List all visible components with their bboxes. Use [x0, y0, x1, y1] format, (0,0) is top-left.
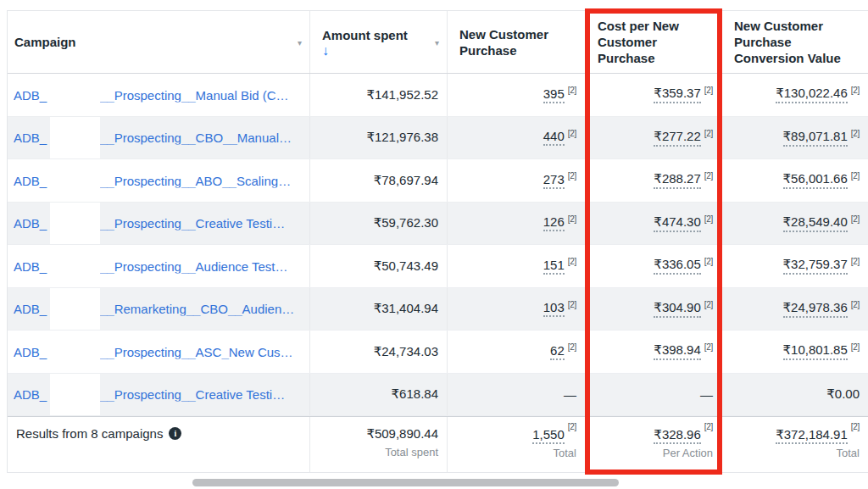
chevron-down-icon[interactable]: ▾: [298, 34, 302, 50]
cost-per-purchase-cell: ₹359.37[2]: [585, 74, 721, 116]
column-header-cost-per-new-customer-purchase[interactable]: Cost per New Customer Purchase: [585, 11, 721, 73]
redaction-patch: [50, 374, 100, 416]
total-purchases-value: 1,550: [532, 427, 565, 444]
average-cost-sublabel: Per Action: [663, 447, 713, 459]
campaign-name-cell: ADB_ __Prospecting__ABO__Scaling…: [8, 159, 309, 202]
column-header-amount-spent[interactable]: Amount spent ↓ ▾: [309, 11, 447, 73]
campaign-name-cell: ADB_ __Prospecting__Creative Testi…: [8, 374, 309, 416]
average-cost-cell: ₹328.96[2] Per Action: [585, 417, 721, 472]
footnote-marker: [2]: [704, 129, 713, 138]
cost-per-purchase-cell: ₹304.90[2]: [585, 288, 721, 331]
purchases-value: 62: [550, 343, 565, 360]
results-summary-cell: Results from 8 campaigns i: [8, 417, 309, 472]
purchases-cell: 395[2]: [447, 74, 585, 116]
column-header-conversion-value-label: New Customer Purchase Conversion Value: [734, 18, 848, 66]
campaign-name-prefix-link[interactable]: ADB_: [14, 216, 47, 231]
campaign-name-prefix-link[interactable]: ADB_: [14, 387, 47, 402]
cost-per-purchase-value: ₹277.22: [654, 129, 700, 147]
redaction-patch: [50, 203, 100, 245]
conversion-value: ₹28,549.40: [783, 214, 848, 232]
total-conversion-value-sublabel: Total: [837, 447, 860, 459]
campaign-name-prefix-link[interactable]: ADB_: [14, 173, 47, 187]
conversion-value-cell: ₹24,978.36[2]: [721, 288, 868, 331]
campaign-name-prefix-link[interactable]: ADB_: [14, 258, 47, 273]
column-header-new-customer-purchase-label: New Customer Purchase: [459, 26, 565, 58]
campaign-name-link[interactable]: __Prospecting__CBO__Manual…: [100, 131, 292, 145]
cost-per-purchase-value: ₹336.05: [654, 257, 700, 275]
campaign-name-cell: ADB_ __Prospecting__Creative Testi…: [8, 203, 309, 245]
total-amount-spent-sublabel: Total spent: [385, 446, 438, 458]
footnote-marker: [2]: [568, 171, 576, 181]
column-header-new-customer-purchase[interactable]: New Customer Purchase: [447, 11, 585, 73]
footnote-marker: [2]: [704, 422, 713, 431]
redaction-patch: [50, 245, 100, 287]
cost-per-purchase-value: ₹398.94: [654, 342, 700, 360]
campaign-name-link[interactable]: __Prospecting__Manual Bid (C…: [100, 87, 289, 102]
amount-spent-cell: ₹141,952.52: [309, 74, 447, 116]
sort-descending-icon[interactable]: ↓: [322, 43, 408, 58]
horizontal-scrollbar-thumb[interactable]: [192, 479, 619, 486]
table-row: ADB_ __Prospecting__CBO__Manual… ₹121,97…: [8, 117, 868, 160]
footnote-marker: [2]: [851, 342, 860, 352]
amount-spent-cell: ₹31,404.94: [309, 288, 447, 331]
table-row: ADB_ __Remarketing__CBO__Audien… ₹31,404…: [8, 288, 868, 331]
total-conversion-value: ₹372,184.91: [776, 427, 848, 444]
cost-per-purchase-value: ₹474.30: [654, 214, 700, 232]
footnote-marker: [2]: [851, 214, 860, 224]
conversion-value: ₹89,071.81: [783, 129, 848, 147]
purchases-cell: 273[2]: [447, 159, 585, 202]
footnote-marker: [2]: [568, 86, 576, 95]
campaign-table: Campaign ▾ Amount spent ↓ ▾ New Customer…: [7, 10, 868, 473]
conversion-value-cell: ₹32,759.37[2]: [721, 245, 868, 287]
cost-per-purchase-value: ₹288.27: [654, 171, 700, 189]
average-cost-value: ₹328.96: [654, 427, 700, 444]
campaign-name-prefix-link[interactable]: ADB_: [14, 87, 47, 102]
purchases-value: 273: [543, 172, 565, 189]
purchases-value: 151: [543, 258, 565, 275]
total-amount-spent-value: ₹509,890.44: [366, 426, 438, 442]
campaign-name-link[interactable]: __Prospecting__Creative Testi…: [100, 216, 285, 231]
redaction-patch: [50, 159, 100, 202]
cost-per-purchase-cell: ₹398.94[2]: [585, 331, 721, 373]
table-row: ADB_ __Prospecting__Creative Testi… ₹59,…: [8, 203, 868, 246]
footnote-marker: [2]: [704, 257, 713, 266]
amount-spent-cell: ₹59,762.30: [309, 203, 447, 245]
campaign-name-link[interactable]: __Remarketing__CBO__Audien…: [100, 302, 294, 316]
footnote-marker: [2]: [851, 86, 860, 95]
column-header-campaign-label: Campaign: [14, 34, 76, 50]
conversion-value: ₹130,022.46: [776, 86, 848, 103]
amount-spent-cell: ₹618.84: [309, 374, 447, 416]
footnote-marker: [2]: [851, 257, 860, 266]
amount-spent-value: ₹50,743.49: [374, 258, 438, 274]
table-row: ADB_ __Prospecting__Audience Test… ₹50,7…: [8, 245, 868, 288]
cost-per-purchase-cell: ₹474.30[2]: [585, 203, 721, 245]
campaign-name-link[interactable]: __Prospecting__Audience Test…: [100, 258, 288, 273]
conversion-value-cell: ₹89,071.81[2]: [721, 117, 868, 159]
footnote-marker: [2]: [568, 342, 576, 352]
campaign-name-prefix-link[interactable]: ADB_: [14, 131, 47, 145]
column-header-conversion-value[interactable]: New Customer Purchase Conversion Value: [721, 11, 868, 73]
campaign-name-link[interactable]: __Prospecting__ASC_New Cus…: [100, 344, 293, 358]
cost-per-purchase-cell: ₹336.05[2]: [585, 245, 721, 287]
conversion-value-cell: ₹130,022.46[2]: [721, 74, 868, 116]
chevron-down-icon[interactable]: ▾: [435, 34, 439, 50]
table-row: ADB_ __Prospecting__Manual Bid (C… ₹141,…: [8, 74, 868, 117]
amount-spent-value: ₹141,952.52: [366, 87, 438, 103]
footnote-marker: [2]: [568, 422, 576, 431]
campaign-name-link[interactable]: __Prospecting__Creative Testi…: [100, 387, 285, 402]
footnote-marker: [2]: [568, 129, 576, 138]
campaign-name-prefix-link[interactable]: ADB_: [14, 344, 47, 358]
campaign-name-cell: ADB_ __Prospecting__Manual Bid (C…: [8, 74, 309, 116]
campaign-name-link[interactable]: __Prospecting__ABO__Scaling…: [100, 173, 291, 187]
purchases-value: 440: [543, 129, 565, 146]
total-purchases-cell: 1,550[2] Total: [447, 417, 585, 472]
purchases-value: 395: [543, 86, 565, 103]
info-icon[interactable]: i: [169, 427, 181, 440]
table-header-row: Campaign ▾ Amount spent ↓ ▾ New Customer…: [8, 11, 868, 74]
campaign-name-prefix-link[interactable]: ADB_: [14, 302, 47, 316]
campaign-name-cell: ADB_ __Remarketing__CBO__Audien…: [8, 288, 309, 331]
purchases-cell: 62[2]: [447, 331, 585, 373]
amount-spent-value: ₹24,734.03: [374, 344, 438, 359]
column-header-campaign[interactable]: Campaign ▾: [8, 11, 309, 73]
conversion-value-cell: ₹10,801.85[2]: [721, 331, 868, 373]
